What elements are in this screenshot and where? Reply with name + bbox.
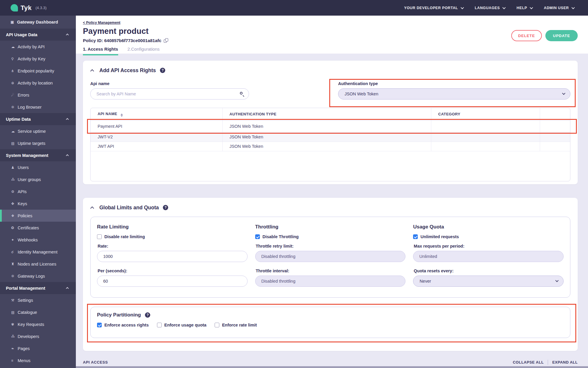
- add-api-access-rights-card: Add API Access Rights ? Api name Authent…: [83, 61, 578, 184]
- sidebar-item-nodes-and-licenses[interactable]: ♜Nodes and Licenses: [0, 258, 76, 270]
- table-row-jwt-api[interactable]: JWT APIJSON Web Token: [91, 142, 570, 151]
- sidebar-item-label: Key Requests: [18, 322, 44, 327]
- help-icon[interactable]: ?: [160, 68, 165, 73]
- sidebar-section-system-management[interactable]: System Management: [0, 149, 76, 161]
- sidebar-item-key-requests[interactable]: ✾Key Requests: [0, 318, 76, 330]
- cell-category: [431, 132, 540, 142]
- rate-label: Rate:: [98, 244, 248, 248]
- menu-languages[interactable]: LANGUAGES: [475, 6, 505, 10]
- sidebar-item-certificates[interactable]: ❂Certificates: [0, 222, 76, 234]
- sidebar-item-keys[interactable]: ✥Keys: [0, 198, 76, 210]
- max-requests-label: Max requests per period:: [414, 244, 564, 248]
- sidebar-item-activity-by-location[interactable]: ⊕Activity by location: [0, 77, 76, 89]
- sidebar-item-activity-by-key[interactable]: ⚲Activity by Key: [0, 53, 76, 65]
- checkbox-icon[interactable]: [97, 323, 102, 327]
- enforce-rate-limit-checkbox[interactable]: Enforce rate limit: [215, 323, 257, 327]
- checkbox-icon[interactable]: [157, 323, 162, 327]
- help-icon[interactable]: ?: [145, 312, 150, 318]
- breadcrumb[interactable]: < Policy Management: [83, 21, 120, 25]
- sort-icon: [121, 114, 123, 117]
- delete-button[interactable]: DELETE: [511, 30, 542, 41]
- column-header-api-name[interactable]: API NAME: [91, 108, 222, 120]
- checkbox-icon[interactable]: [215, 323, 219, 327]
- policy-partitioning-title: Policy Partitioning: [97, 312, 141, 318]
- sidebar-section-api-usage-data[interactable]: API Usage Data: [0, 29, 76, 41]
- menu-label: LANGUAGES: [475, 6, 500, 10]
- disable-rate-limiting-checkbox[interactable]: Disable rate limiting: [97, 234, 248, 239]
- section-title-limits: Global Limits and Quota: [99, 205, 159, 211]
- collapse-all-button[interactable]: COLLAPSE ALL: [513, 360, 544, 364]
- sidebar-item-catalogue[interactable]: ▤Catalogue: [0, 306, 76, 318]
- sidebar-item-menus[interactable]: ≡Menus: [0, 354, 76, 367]
- max-requests-input[interactable]: [413, 251, 564, 262]
- sidebar-item-label: Errors: [18, 93, 29, 97]
- checkbox-icon[interactable]: [97, 234, 102, 239]
- nodes-icon: ✥: [11, 202, 18, 206]
- rate-input[interactable]: [97, 251, 248, 262]
- tab-access-rights[interactable]: 1. Access Rights: [83, 47, 118, 55]
- sidebar-item-gateway-dashboard[interactable]: ▣Gateway Dashboard: [0, 16, 76, 29]
- checkbox-icon[interactable]: [255, 234, 260, 239]
- sidebar-item-users[interactable]: ♟Users: [0, 161, 76, 173]
- sidebar-section-uptime-data[interactable]: Uptime Data: [0, 113, 76, 125]
- throttle-retry-input[interactable]: [255, 251, 406, 262]
- table-row-payment-api[interactable]: Payment APIJSON Web Token: [91, 120, 570, 132]
- auth-type-select[interactable]: JSON Web Token: [338, 88, 570, 100]
- cell-auth-type: JSON Web Token: [222, 120, 431, 132]
- main-area: < Policy Management Payment product Poli…: [76, 16, 588, 368]
- quota-resets-select[interactable]: Never: [413, 276, 564, 287]
- hook-icon: ☌: [11, 250, 18, 254]
- throttle-interval-label: Throttle interval:: [256, 268, 406, 273]
- sidebar-section-portal-management[interactable]: Portal Management: [0, 282, 76, 294]
- collapse-chevron-icon[interactable]: [90, 206, 94, 210]
- api-access-section-label: API ACCESS: [83, 360, 108, 364]
- sidebar-item-policies[interactable]: ❖Policies: [0, 210, 76, 222]
- chevron-up-icon: [66, 34, 69, 37]
- sidebar-item-developers[interactable]: ⁂Developers: [0, 330, 76, 342]
- sidebar-item-endpoint-popularity[interactable]: ⋔Endpoint popularity: [0, 65, 76, 77]
- update-button[interactable]: UPDATE: [545, 30, 578, 41]
- expand-all-button[interactable]: EXPAND ALL: [552, 360, 578, 364]
- help-icon[interactable]: ?: [163, 205, 168, 210]
- sidebar-item-uptime-targets[interactable]: ▤Uptime targets: [0, 137, 76, 149]
- sidebar-item-activity-by-api[interactable]: ☁Activity by API: [0, 41, 76, 53]
- cell-api-name: JWT API: [91, 142, 222, 151]
- enforce-usage-quota-checkbox[interactable]: Enforce usage quota: [157, 323, 206, 327]
- table-row-jwt-v2[interactable]: JWT-V2JSON Web Token: [91, 132, 570, 142]
- sidebar-item-label: Activity by location: [18, 81, 53, 85]
- copy-icon[interactable]: [164, 38, 168, 43]
- globe-icon: ⊕: [11, 81, 18, 85]
- menu-admin-user[interactable]: ADMIN USER: [544, 6, 574, 10]
- sidebar-item-user-groups[interactable]: ⁂User groups: [0, 173, 76, 185]
- sidebar-item-errors[interactable]: ☄Errors: [0, 89, 76, 101]
- menu-help[interactable]: HELP: [517, 6, 532, 10]
- sidebar-item-settings[interactable]: ⚒Settings: [0, 294, 76, 306]
- unlimited-requests-checkbox[interactable]: Unlimited requests: [413, 234, 564, 239]
- per-seconds-input[interactable]: [97, 276, 248, 287]
- menu-developer-portal[interactable]: YOUR DEVELOPER PORTAL: [404, 6, 463, 10]
- global-limits-card: Global Limits and Quota ? Rate Limiting …: [83, 198, 578, 351]
- collapse-chevron-icon[interactable]: [90, 69, 94, 73]
- sidebar-item-apis[interactable]: ⚙APIs: [0, 185, 76, 198]
- sidebar-item-gateway-logs[interactable]: ❊Gateway Logs: [0, 270, 76, 282]
- sidebar-item-webhooks[interactable]: ✦Webhooks: [0, 234, 76, 246]
- sidebar-item-log-browser[interactable]: ❊Log Browser: [0, 101, 76, 113]
- disable-throttling-checkbox[interactable]: Disable Throttling: [255, 234, 406, 239]
- tyk-logo[interactable]: Tyk (4.3.3): [11, 4, 46, 12]
- throttle-interval-input[interactable]: [255, 276, 406, 287]
- cell-api-name: JWT-V2: [91, 132, 222, 142]
- sidebar-item-pages[interactable]: ❧Pages: [0, 342, 76, 354]
- sidebar-item-identity-management[interactable]: ☌Identity Management: [0, 246, 76, 258]
- checkbox-icon[interactable]: [413, 234, 418, 239]
- api-search-input[interactable]: [90, 88, 249, 100]
- sidebar-item-label: Keys: [18, 201, 27, 206]
- layers-icon: ❖: [11, 214, 18, 218]
- bottom-scrollbar[interactable]: [76, 366, 588, 368]
- tab-configurations[interactable]: 2.Configurations: [128, 47, 160, 55]
- enforce-access-rights-checkbox[interactable]: Enforce access rights: [97, 323, 149, 327]
- search-icon[interactable]: [240, 92, 244, 96]
- sidebar-item-label: Gateway Logs: [18, 274, 45, 279]
- sidebar-item-service-uptime[interactable]: ☁Service uptime: [0, 125, 76, 137]
- sidebar-item-label: Menus: [18, 358, 31, 363]
- seal-icon: ❂: [11, 226, 18, 230]
